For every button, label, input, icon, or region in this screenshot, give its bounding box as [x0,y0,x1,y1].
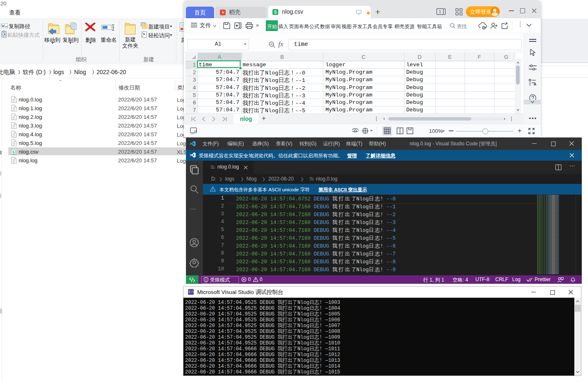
svg-text:Js: Js [194,129,197,133]
svg-text:S: S [12,150,14,154]
